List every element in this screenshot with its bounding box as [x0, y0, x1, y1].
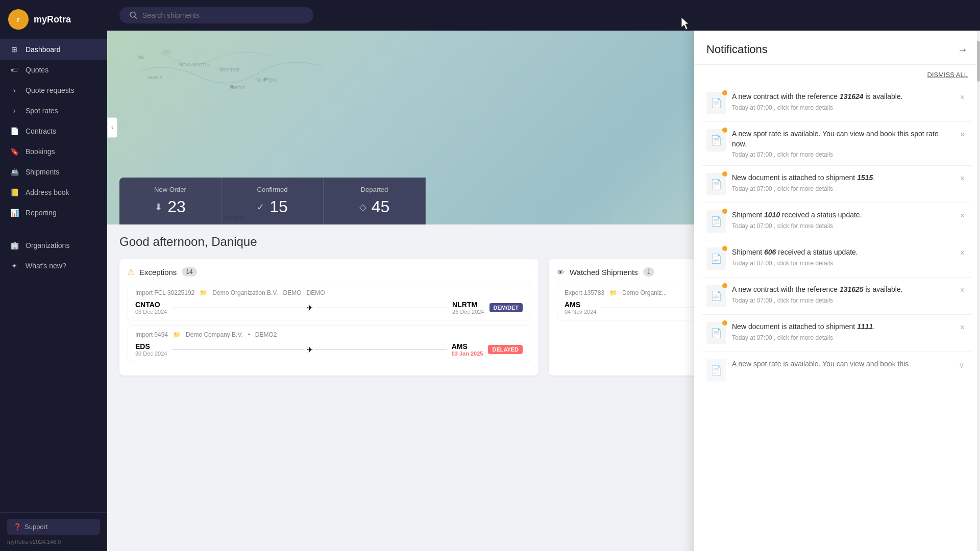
app-name: myRotra [34, 14, 71, 25]
notif-time: Today at 07:00 , click for more details [732, 334, 951, 341]
svg-point-0 [130, 12, 135, 17]
notif-text: Shipment 606 received a status update. [732, 247, 951, 258]
sidebar-item-contracts[interactable]: 📄 Contracts [0, 121, 107, 141]
notification-close-button[interactable]: × [957, 173, 968, 184]
notif-icon-wrap: 📄 [706, 129, 726, 152]
exceptions-header: ⚠ Exceptions 14 [128, 267, 530, 277]
exceptions-label: Exceptions [139, 268, 177, 277]
svg-text:NB: NB [138, 55, 144, 60]
sidebar-nav: ⊞ Dashboard 🏷 Quotes › Quote requests › … [0, 39, 107, 276]
sidebar-item-reporting[interactable]: 📊 Reporting [0, 203, 107, 223]
notification-close-button[interactable]: × [957, 92, 968, 103]
building-icon: 🏢 [9, 241, 19, 249]
notif-time: Today at 07:00 , click for more details [732, 260, 951, 267]
bookmark-icon: 🔖 [9, 147, 19, 156]
notif-body: Shipment 606 received a status update. T… [732, 247, 951, 267]
download-icon: ⬇ [155, 202, 162, 213]
status-card-confirmed[interactable]: Confirmed ✓ 15 [222, 178, 324, 224]
notification-item[interactable]: 📄 A new contract with the reference 1316… [702, 278, 972, 315]
support-button[interactable]: ❓ Support [7, 519, 100, 535]
notification-item[interactable]: 📄 Shipment 606 received a status update.… [702, 240, 972, 278]
new-order-value: ⬇ 23 [138, 197, 203, 216]
sidebar-item-dashboard[interactable]: ⊞ Dashboard [0, 39, 107, 60]
notifications-close-arrow[interactable]: → [958, 44, 968, 56]
notif-text: New document is attached to shipment 151… [732, 173, 951, 183]
notif-icon-wrap: 📄 [706, 359, 726, 382]
document-icon: 📄 [706, 285, 726, 307]
notif-body: Shipment 1010 received a status update. … [732, 210, 951, 230]
status-badge2: DELAYED [488, 345, 523, 354]
notification-item[interactable]: 📄 A new contract with the reference 1316… [702, 85, 972, 122]
notif-icon-wrap: 📄 [706, 210, 726, 233]
notification-close-button[interactable]: × [957, 285, 968, 296]
status-card-departed[interactable]: Departed ◇ 45 [324, 178, 426, 224]
notification-item[interactable]: 📄 Shipment 1010 received a status update… [702, 203, 972, 240]
confirmed-label: Confirmed [240, 186, 305, 193]
notifications-scrollbar[interactable] [977, 31, 980, 551]
notif-body: New document is attached to shipment 151… [732, 173, 951, 192]
document-icon: 📄 [706, 322, 726, 344]
table-row[interactable]: Import 9494 📁 Demo Company B.V. • DEMO2 … [128, 325, 530, 362]
star-icon: ✦ [9, 262, 19, 270]
diamond-icon: ◇ [359, 202, 366, 213]
notif-icon-wrap: 📄 [706, 322, 726, 344]
notification-item[interactable]: 📄 New document is attached to shipment 1… [702, 166, 972, 203]
notif-body: A new contract with the reference 131625… [732, 285, 951, 304]
sidebar-item-quote-requests[interactable]: › Quote requests [0, 80, 107, 101]
sidebar-item-quotes[interactable]: 🏷 Quotes [0, 60, 107, 80]
notification-item[interactable]: 📄 A new spot rate is available. You can … [702, 122, 972, 166]
notification-item[interactable]: 📄 New document is attached to shipment 1… [702, 315, 972, 352]
watched-badge: 1 [643, 267, 655, 277]
search-input[interactable] [142, 11, 303, 19]
sidebar-item-whats-new[interactable]: ✦ What's new? [0, 256, 107, 276]
notification-close-button[interactable]: × [957, 322, 968, 333]
book-icon: 📒 [9, 188, 19, 196]
notifications-title: Notifications [706, 43, 768, 56]
exceptions-badge: 14 [182, 267, 197, 277]
notifications-list: 📄 A new contract with the reference 1316… [694, 85, 980, 551]
truck-icon: 🚢 [9, 168, 19, 176]
shipment-icon: 📁 [200, 289, 207, 296]
unread-dot [722, 283, 727, 288]
svg-text:New York: New York [255, 77, 277, 83]
document-icon: 📄 [706, 247, 726, 270]
notif-icon-wrap: 📄 [706, 247, 726, 270]
sidebar-item-shipments[interactable]: 🚢 Shipments [0, 162, 107, 182]
shipment-route: CNTAO 03 Dec 2024 ✈ NLRTM 26 Dec 2024 [135, 300, 523, 315]
notification-close-button[interactable]: ∨ [955, 359, 968, 371]
sidebar-item-spot-rates[interactable]: › Spot rates [0, 101, 107, 121]
topbar [107, 0, 980, 31]
notification-item[interactable]: 📄 A new spot rate is available. You can … [702, 352, 972, 389]
notif-text: New document is attached to shipment 111… [732, 322, 951, 332]
new-order-label: New Order [138, 186, 203, 193]
sidebar-item-organizations[interactable]: 🏢 Organizations [0, 235, 107, 256]
sidebar-item-address-book[interactable]: 📒 Address book [0, 182, 107, 203]
help-icon: ❓ [13, 523, 21, 531]
watched-label: Watched Shipments [570, 268, 638, 277]
grid-icon: ⊞ [9, 45, 19, 54]
notif-text: A new spot rate is available. You can vi… [732, 129, 951, 149]
search-bar[interactable] [119, 7, 313, 23]
shipment-org: Demo Organization B.V. [212, 289, 278, 296]
status-card-new-order[interactable]: New Order ⬇ 23 [119, 178, 222, 224]
notif-time: Today at 07:00 , click for more details [732, 151, 951, 158]
version-label: myRotra v2024.148.0 [7, 539, 100, 545]
notif-time: Today at 07:00 , click for more details [732, 297, 951, 304]
departed-value: ◇ 45 [342, 197, 407, 216]
notification-close-button[interactable]: × [957, 129, 968, 140]
sidebar-item-bookings[interactable]: 🔖 Bookings [0, 141, 107, 162]
chevron-right-icon: › [9, 86, 19, 94]
unread-dot [722, 90, 727, 95]
ship-icon: ✈ [306, 303, 313, 313]
svg-text:NOVA SCOTIA: NOVA SCOTIA [179, 62, 209, 67]
logo: r myRotra [0, 0, 107, 39]
notification-close-button[interactable]: × [957, 210, 968, 221]
notification-close-button[interactable]: × [957, 247, 968, 259]
dismiss-all-button[interactable]: DISMISS ALL [694, 65, 980, 85]
warning-icon: ⚠ [128, 267, 134, 277]
notif-icon-wrap: 📄 [706, 173, 726, 195]
svg-text:PEI: PEI [163, 49, 171, 55]
collapse-map-button[interactable]: ‹ [107, 117, 117, 138]
table-row[interactable]: Import FCL 30225192 📁 Demo Organization … [128, 284, 530, 320]
shipment-demo: DEMO [283, 289, 302, 296]
